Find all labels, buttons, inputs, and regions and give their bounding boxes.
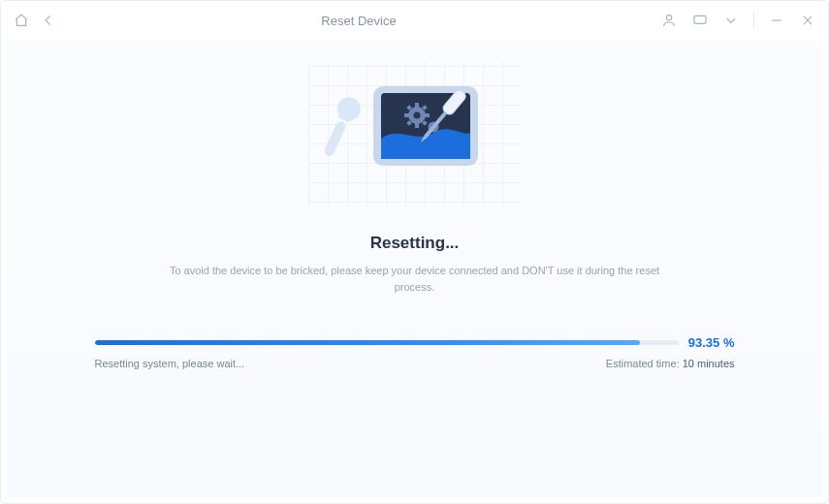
device-reset-illustration bbox=[323, 69, 507, 199]
progress-info-row: Resetting system, please wait... Estimat… bbox=[95, 358, 735, 369]
back-icon[interactable] bbox=[40, 12, 57, 29]
user-icon[interactable] bbox=[660, 12, 678, 29]
feedback-icon[interactable] bbox=[691, 12, 709, 29]
progress-fill bbox=[95, 340, 640, 345]
svg-point-9 bbox=[413, 112, 420, 119]
illustration-grid bbox=[308, 61, 522, 206]
titlebar-left bbox=[13, 12, 57, 29]
titlebar: Reset Device bbox=[1, 1, 828, 40]
progress-percent: 93.35 % bbox=[688, 335, 735, 350]
svg-rect-12 bbox=[404, 113, 409, 117]
progress-eta-value: 10 minutes bbox=[683, 358, 735, 369]
window-title: Reset Device bbox=[57, 14, 660, 28]
status-subtext: To avoid the device to be bricked, pleas… bbox=[163, 263, 667, 295]
app-window: Reset Device bbox=[0, 0, 829, 504]
svg-point-0 bbox=[666, 16, 671, 20]
home-icon[interactable] bbox=[13, 12, 30, 29]
chevron-down-icon[interactable] bbox=[722, 12, 740, 29]
progress-track bbox=[95, 340, 679, 345]
minimize-icon[interactable] bbox=[768, 12, 785, 29]
progress-eta: Estimated time: 10 minutes bbox=[606, 358, 735, 369]
progress-eta-label: Estimated time: bbox=[606, 358, 680, 369]
progress-bar-row: 93.35 % bbox=[95, 335, 735, 350]
svg-rect-10 bbox=[415, 103, 419, 108]
status-heading: Resetting... bbox=[370, 234, 460, 253]
titlebar-right bbox=[660, 12, 816, 29]
progress-status-text: Resetting system, please wait... bbox=[95, 358, 245, 369]
svg-rect-5 bbox=[323, 120, 347, 158]
close-icon[interactable] bbox=[799, 12, 816, 29]
svg-rect-11 bbox=[415, 123, 419, 128]
separator bbox=[753, 13, 754, 28]
svg-rect-13 bbox=[425, 113, 430, 117]
content-area: Resetting... To avoid the device to be b… bbox=[7, 40, 822, 497]
